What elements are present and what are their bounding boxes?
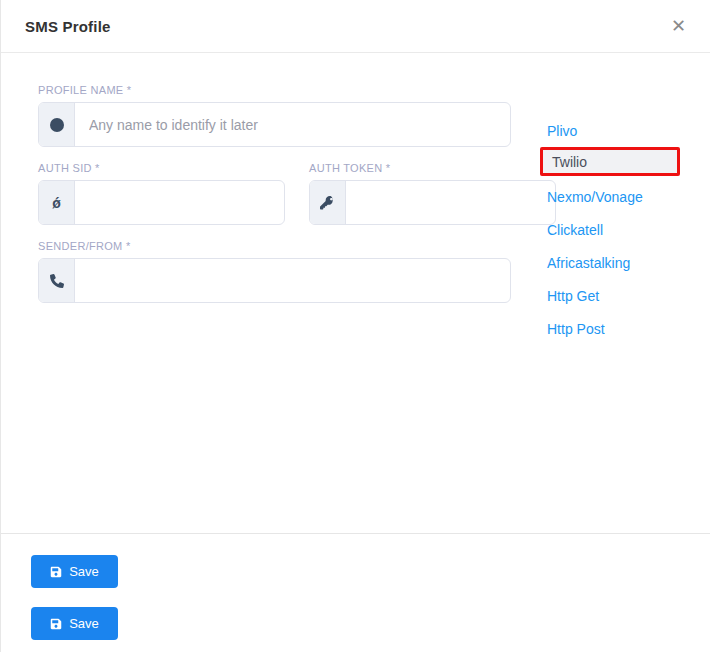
modal-title: SMS Profile — [25, 18, 111, 35]
provider-http-get[interactable]: Http Get — [540, 279, 680, 312]
save-icon — [50, 566, 62, 578]
profile-name-field-group: PROFILE NAME * — [38, 84, 511, 147]
provider-list: Plivo Twilio Nexmo/Vonage Clickatell Afr… — [540, 84, 680, 533]
sms-profile-form: PROFILE NAME * AUTH SID * ǿ — [38, 84, 511, 533]
auth-token-input-group — [309, 180, 556, 225]
save-button-label: Save — [69, 616, 99, 631]
auth-token-field-group: AUTH TOKEN * — [309, 162, 556, 225]
provider-africastalking[interactable]: Africastalking — [540, 246, 680, 279]
provider-clickatell[interactable]: Clickatell — [540, 213, 680, 246]
close-icon[interactable]: ✕ — [671, 17, 686, 35]
user-id-icon: ǿ — [39, 181, 75, 224]
auth-sid-label: AUTH SID * — [38, 162, 285, 174]
modal-body: PROFILE NAME * AUTH SID * ǿ — [1, 53, 710, 533]
sender-from-input[interactable] — [75, 259, 510, 302]
auth-sid-input-group: ǿ — [38, 180, 285, 225]
profile-name-input[interactable] — [75, 103, 510, 146]
key-icon — [310, 181, 346, 224]
phone-icon — [39, 259, 75, 302]
save-button-label: Save — [69, 564, 99, 579]
save-button[interactable]: Save — [31, 555, 118, 588]
provider-http-post[interactable]: Http Post — [540, 312, 680, 345]
circle-icon — [39, 103, 75, 146]
auth-token-input[interactable] — [346, 181, 555, 224]
auth-sid-input[interactable] — [75, 181, 284, 224]
auth-sid-field-group: AUTH SID * ǿ — [38, 162, 285, 225]
profile-name-label: PROFILE NAME * — [38, 84, 511, 96]
sender-from-label: SENDER/FROM * — [38, 240, 511, 252]
modal-header: SMS Profile ✕ — [1, 0, 710, 53]
provider-plivo[interactable]: Plivo — [540, 114, 680, 147]
provider-twilio-highlighted[interactable]: Twilio — [540, 147, 680, 176]
profile-name-input-group — [38, 102, 511, 147]
auth-row: AUTH SID * ǿ AUTH TOKEN * — [38, 162, 511, 240]
auth-token-label: AUTH TOKEN * — [309, 162, 556, 174]
sender-from-input-group — [38, 258, 511, 303]
provider-nexmo-vonage[interactable]: Nexmo/Vonage — [540, 180, 680, 213]
modal-footer: Save Save — [1, 533, 710, 652]
sender-from-field-group: SENDER/FROM * — [38, 240, 511, 303]
save-button-secondary[interactable]: Save — [31, 607, 118, 640]
sms-profile-modal: SMS Profile ✕ PROFILE NAME * AUTH SID * — [0, 0, 710, 652]
save-icon — [50, 618, 62, 630]
